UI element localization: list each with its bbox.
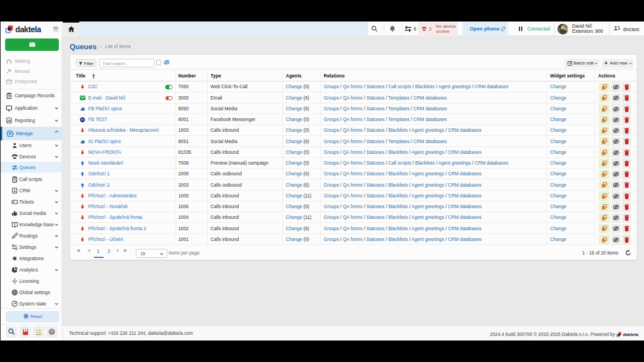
svg-text:?: ? xyxy=(50,329,53,334)
